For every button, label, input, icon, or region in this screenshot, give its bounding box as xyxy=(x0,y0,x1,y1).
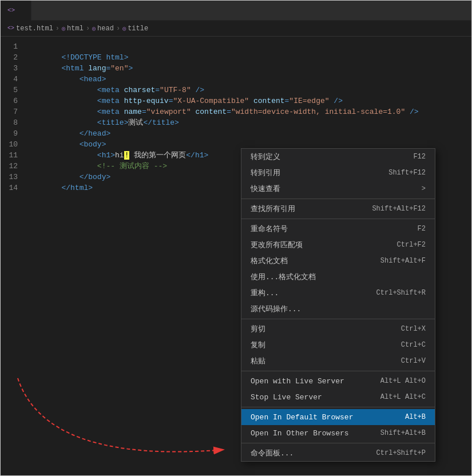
breadcrumb-file-icon: <> xyxy=(7,25,14,31)
breadcrumb-item-head[interactable]: ◎ head xyxy=(92,25,114,33)
context-menu-item[interactable]: Open In Default BrowserAlt+B xyxy=(241,409,435,425)
line-num-14: 14 xyxy=(1,183,18,193)
context-menu-item[interactable]: Stop Live ServerAlt+L Alt+C xyxy=(241,389,435,405)
code-token xyxy=(61,162,97,170)
context-menu-item[interactable]: Open with Live ServerAlt+L Alt+O xyxy=(241,373,435,389)
menu-item-shortcut: Ctrl+F2 xyxy=(397,241,426,249)
menu-item-shortcut: Shift+F12 xyxy=(388,169,426,177)
context-menu-item[interactable]: 复制Ctrl+C xyxy=(241,337,435,353)
line-num-1: 1 xyxy=(1,41,18,52)
context-menu-item[interactable]: 重命名符号F2 xyxy=(241,221,435,237)
code-token: 测试 xyxy=(128,118,143,127)
code-token: content xyxy=(196,108,227,116)
menu-item-shortcut: Shift+Alt+F xyxy=(380,257,426,265)
menu-item-label: 重命名符号 xyxy=(251,224,288,234)
code-token: = xyxy=(155,86,160,94)
breadcrumb-html-label: html xyxy=(67,25,84,33)
menu-separator xyxy=(241,407,435,407)
code-token xyxy=(61,86,97,94)
code-token: <h1> xyxy=(97,151,115,160)
line-num-12: 12 xyxy=(1,161,18,172)
line-num-8: 8 xyxy=(1,117,18,128)
code-token xyxy=(61,129,79,138)
menu-item-label: 命令面板... xyxy=(251,448,293,458)
breadcrumb: <> test.html › ◎ html › ◎ head › ◎ title xyxy=(1,21,471,37)
menu-item-shortcut: Ctrl+V xyxy=(401,357,426,365)
menu-item-shortcut: Ctrl+Shift+P xyxy=(376,449,426,457)
menu-item-shortcut: Ctrl+X xyxy=(401,325,426,333)
code-token: <meta xyxy=(97,97,124,105)
breadcrumb-item-file[interactable]: <> test.html xyxy=(7,25,53,33)
menu-item-label: 使用...格式化文档 xyxy=(251,272,316,282)
line-num-13: 13 xyxy=(1,172,18,183)
code-token: = xyxy=(142,108,146,116)
menu-item-shortcut: Ctrl+Shift+R xyxy=(376,289,426,297)
code-area: 1 2 3 4 5 6 7 8 9 10 11 12 13 14 <!DOCTY… xyxy=(1,37,471,475)
menu-item-label: 更改所有匹配项 xyxy=(251,240,303,250)
context-menu-item[interactable]: 重构...Ctrl+Shift+R xyxy=(241,285,435,301)
code-token: charset xyxy=(124,86,156,94)
code-token: "en" xyxy=(110,64,128,73)
line-num-2: 2 xyxy=(1,52,18,63)
breadcrumb-title-icon: ◎ xyxy=(122,25,126,32)
menu-item-shortcut: Alt+L Alt+C xyxy=(380,393,426,401)
code-token: /> xyxy=(191,86,204,94)
editor-window: <> <> test.html › ◎ html › ◎ head › ◎ ti… xyxy=(0,0,472,476)
context-menu-item[interactable]: 粘贴Ctrl+V xyxy=(241,353,435,369)
breadcrumb-html-icon: ◎ xyxy=(62,25,65,32)
context-menu-item[interactable]: 更改所有匹配项Ctrl+F2 xyxy=(241,237,435,253)
code-token xyxy=(249,97,253,105)
code-token: <html xyxy=(61,64,88,73)
code-token xyxy=(61,118,97,127)
breadcrumb-file-label: test.html xyxy=(16,25,53,33)
breadcrumb-item-title[interactable]: ◎ title xyxy=(122,25,148,33)
context-menu-item[interactable]: 快速查看> xyxy=(241,181,435,197)
menu-item-shortcut: Ctrl+C xyxy=(401,341,426,349)
line-num-4: 4 xyxy=(1,74,18,85)
code-token xyxy=(61,108,97,116)
menu-separator xyxy=(241,371,435,371)
editor-tab[interactable]: <> xyxy=(1,1,31,21)
menu-item-label: 格式化文档 xyxy=(251,256,288,266)
menu-item-shortcut: F12 xyxy=(413,153,426,161)
code-token: <head> xyxy=(80,75,106,84)
context-menu-item[interactable]: 转到定义F12 xyxy=(241,149,435,165)
code-token: <!DOCTYPE html> xyxy=(61,53,128,62)
code-token: </body> xyxy=(80,173,111,181)
code-token: <meta xyxy=(97,86,124,94)
context-menu-item[interactable]: 源代码操作... xyxy=(241,301,435,317)
code-token xyxy=(61,97,97,105)
line-num-7: 7 xyxy=(1,106,18,117)
code-token: <!-- 测试内容 --> xyxy=(97,162,167,170)
code-token: <meta xyxy=(97,108,124,116)
context-menu-item[interactable]: 命令面板...Ctrl+Shift+P xyxy=(241,445,435,461)
menu-item-label: 源代码操作... xyxy=(251,304,301,314)
context-menu-item[interactable]: Open In Other BrowsersShift+Alt+B xyxy=(241,425,435,441)
code-token: http-equiv xyxy=(124,97,169,105)
code-token xyxy=(61,151,97,160)
context-menu-item[interactable]: 剪切Ctrl+X xyxy=(241,321,435,337)
context-menu-item[interactable]: 查找所有引用Shift+Alt+F12 xyxy=(241,201,435,217)
breadcrumb-title-label: title xyxy=(128,25,148,33)
menu-separator xyxy=(241,319,435,319)
line-num-11: 11 xyxy=(1,150,18,161)
menu-item-label: 查找所有引用 xyxy=(251,204,295,214)
code-token: </head> xyxy=(80,129,111,138)
context-menu-item[interactable]: 格式化文档Shift+Alt+F xyxy=(241,253,435,269)
code-line-1: <!DOCTYPE html> xyxy=(26,41,471,52)
menu-item-shortcut: Shift+Alt+F12 xyxy=(372,205,426,213)
code-token: "width=device-width, initial-scale=1.0" xyxy=(231,108,405,116)
code-token: </html> xyxy=(61,184,93,192)
code-token: /> xyxy=(330,97,343,105)
code-token: "viewport" xyxy=(146,108,191,116)
context-menu-item[interactable]: 转到引用Shift+F12 xyxy=(241,165,435,181)
line-num-10: 10 xyxy=(1,139,18,150)
code-token: </h1> xyxy=(186,151,208,160)
code-token: hi xyxy=(115,151,124,160)
breadcrumb-item-html[interactable]: ◎ html xyxy=(62,25,84,33)
code-token: lang xyxy=(88,64,106,73)
line-numbers: 1 2 3 4 5 6 7 8 9 10 11 12 13 14 xyxy=(1,37,23,475)
context-menu-item[interactable]: 使用...格式化文档 xyxy=(241,269,435,285)
line-num-5: 5 xyxy=(1,85,18,96)
menu-item-shortcut: Alt+B xyxy=(405,413,426,421)
